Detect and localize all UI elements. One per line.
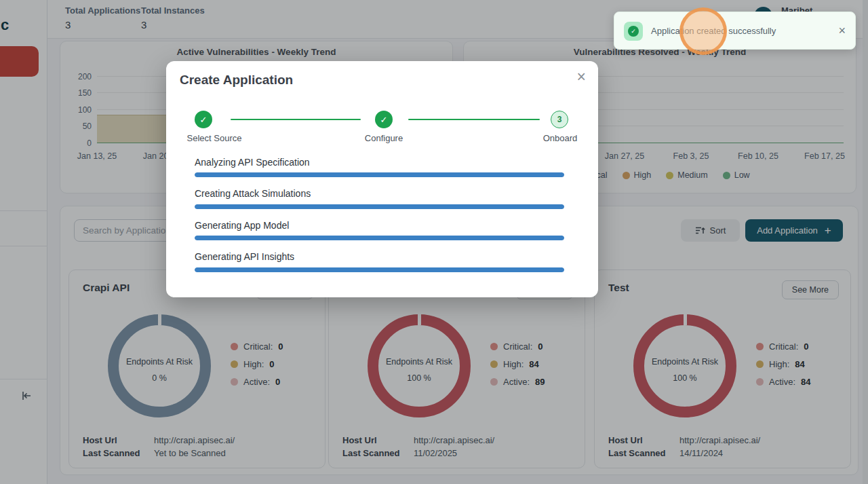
task-label: Generating App Model: [195, 220, 289, 231]
step-connector: [231, 119, 361, 120]
toast-close-icon[interactable]: ×: [838, 22, 846, 40]
task-progress-bar: [195, 204, 564, 209]
step-circle-configure: ✓: [375, 111, 393, 128]
step-circle-select-source: ✓: [195, 111, 212, 128]
success-icon: ✓: [624, 22, 643, 41]
step-connector: [408, 119, 540, 120]
task-progress-fill: [195, 172, 564, 177]
step-label-onboard: Onboard: [543, 133, 578, 143]
check-icon: ✓: [380, 115, 388, 125]
task-progress-bar: [195, 172, 564, 177]
task-label: Creating Attack Simulations: [195, 188, 311, 199]
step-circle-onboard: 3: [551, 111, 568, 128]
app-screen: c Total Applications 3 Total Instances 3…: [0, 0, 868, 484]
create-application-modal: Create Application × ✓ ✓ 3 Select Source…: [166, 61, 598, 297]
cursor-click-highlight: [679, 7, 727, 55]
modal-close-icon[interactable]: ×: [577, 69, 586, 85]
task-progress-fill: [195, 267, 564, 272]
step-number: 3: [557, 115, 562, 124]
task-progress-fill: [195, 236, 564, 240]
modal-title: Create Application: [180, 73, 293, 88]
step-label-configure: Configure: [365, 133, 403, 143]
check-icon: ✓: [628, 26, 639, 37]
task-label: Analyzing API Specification: [195, 157, 310, 168]
step-label-select-source: Select Source: [187, 133, 242, 143]
check-icon: ✓: [200, 115, 208, 125]
task-label: Generating API Insights: [195, 251, 294, 262]
task-progress-bar: [195, 236, 564, 240]
task-progress-fill: [195, 204, 564, 209]
success-toast: ✓ Application created successfully ×: [614, 12, 856, 50]
task-progress-bar: [195, 267, 564, 272]
